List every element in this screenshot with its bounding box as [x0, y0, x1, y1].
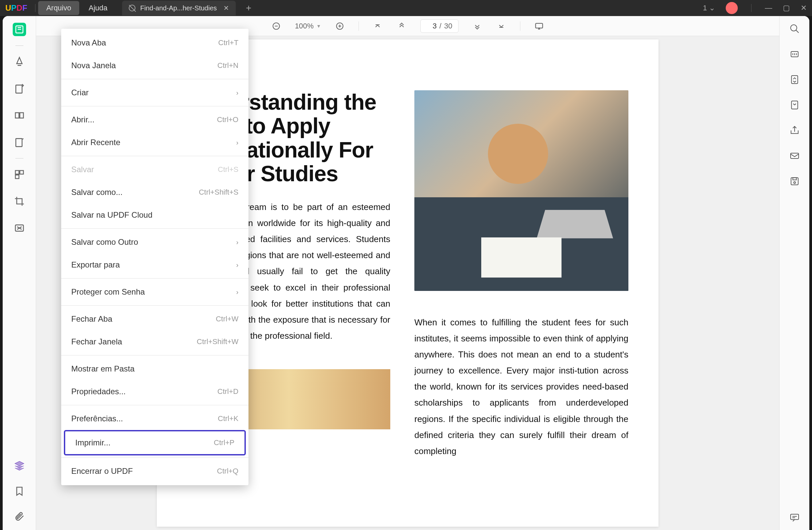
search-icon[interactable]: [788, 23, 801, 35]
menu-protect[interactable]: Proteger com Senha›: [61, 281, 248, 303]
divider: [520, 21, 520, 31]
menu-export[interactable]: Exportar para›: [61, 253, 248, 276]
chevron-down-icon: ▼: [316, 24, 321, 29]
menu-separator: [61, 305, 248, 306]
menu-separator: [61, 229, 248, 229]
add-tab-button[interactable]: +: [246, 3, 251, 13]
crop-tool-icon[interactable]: [13, 195, 26, 208]
svg-point-12: [791, 25, 797, 31]
svg-rect-3: [20, 113, 24, 118]
menu-separator: [61, 405, 248, 405]
divider: [15, 158, 24, 159]
organize-tool-icon[interactable]: [13, 168, 26, 181]
svg-rect-1: [16, 85, 22, 93]
prev-page-button[interactable]: [396, 21, 407, 31]
form-tool-icon[interactable]: [13, 135, 26, 149]
main-area: 100% ▼ / 30 01 Understanding the: [3, 16, 809, 530]
user-avatar[interactable]: [726, 2, 738, 14]
chevron-right-icon: ›: [236, 238, 238, 246]
zoom-in-button[interactable]: [334, 21, 345, 31]
divider: [15, 45, 24, 46]
layers-icon[interactable]: [13, 459, 26, 472]
reader-tool-icon[interactable]: [13, 23, 26, 36]
zoom-out-button[interactable]: [271, 21, 281, 31]
menu-new-window[interactable]: Nova JanelaCtrl+N: [61, 54, 248, 77]
page-tool-icon[interactable]: [13, 109, 26, 122]
minimize-button[interactable]: —: [765, 4, 772, 12]
comments-icon[interactable]: [788, 511, 801, 523]
app-logo: UPDF: [5, 3, 27, 13]
convert-icon[interactable]: [788, 74, 801, 86]
menu-save-as[interactable]: Salvar como...Ctrl+Shift+S: [61, 181, 248, 204]
email-icon[interactable]: [788, 150, 801, 162]
menu-preferences[interactable]: Preferências...Ctrl+K: [61, 407, 248, 430]
close-tab-icon[interactable]: ✕: [223, 4, 229, 12]
svg-point-19: [794, 181, 795, 183]
tabs-container: Find-and-Ap...her-Studies ✕ +: [122, 1, 251, 15]
divider: [751, 4, 752, 12]
chevron-right-icon: ›: [236, 139, 238, 146]
share-icon[interactable]: [788, 124, 801, 136]
zoom-level[interactable]: 100% ▼: [295, 22, 321, 30]
window-count[interactable]: 1 ⌄: [703, 4, 715, 12]
right-sidebar: [779, 16, 809, 530]
redact-tool-icon[interactable]: [13, 221, 26, 235]
bookmark-icon[interactable]: [13, 485, 26, 498]
file-menu-dropdown: Nova AbaCtrl+T Nova JanelaCtrl+N Criar› …: [61, 29, 248, 485]
divider: [359, 21, 359, 31]
menu-save-other[interactable]: Salvar como Outro›: [61, 231, 248, 253]
window-controls: 1 ⌄ — ▢ ✕: [703, 2, 807, 14]
menu-save: SalvarCtrl+S: [61, 158, 248, 181]
titlebar: UPDF Arquivo Ajuda Find-and-Ap...her-Stu…: [0, 0, 812, 16]
svg-rect-16: [791, 153, 799, 159]
left-sidebar: [3, 16, 36, 530]
attachment-icon[interactable]: [13, 510, 26, 523]
menu-open-recent[interactable]: Abrir Recente›: [61, 131, 248, 154]
total-pages: 30: [444, 22, 452, 30]
menu-new-tab[interactable]: Nova AbaCtrl+T: [61, 31, 248, 54]
menu-create[interactable]: Criar›: [61, 81, 248, 104]
menu-close-tab[interactable]: Fechar AbaCtrl+W: [61, 308, 248, 330]
menubar: Arquivo Ajuda: [38, 1, 115, 15]
menu-separator: [61, 79, 248, 79]
menu-print[interactable]: Imprimir...Ctrl+P: [65, 431, 245, 454]
menu-file[interactable]: Arquivo: [38, 1, 79, 15]
maximize-button[interactable]: ▢: [783, 4, 790, 12]
menu-separator: [61, 278, 248, 279]
highlight-tool-icon[interactable]: [13, 55, 26, 69]
svg-rect-4: [16, 138, 22, 146]
close-button[interactable]: ✕: [801, 4, 807, 12]
menu-open[interactable]: Abrir...Ctrl+O: [61, 108, 248, 131]
menu-separator: [61, 106, 248, 106]
menu-quit[interactable]: Encerrar o UPDFCtrl+Q: [61, 460, 248, 483]
chevron-right-icon: ›: [236, 261, 238, 269]
next-page-button[interactable]: [472, 21, 482, 31]
menu-separator: [61, 355, 248, 355]
edit-tool-icon[interactable]: [13, 82, 26, 95]
menu-show-folder[interactable]: Mostrar em Pasta: [61, 357, 248, 380]
ocr-icon[interactable]: [788, 48, 801, 60]
save-action-icon[interactable]: [788, 175, 801, 187]
menu-help[interactable]: Ajuda: [81, 1, 115, 15]
menu-separator: [61, 457, 248, 458]
presentation-button[interactable]: [534, 21, 545, 31]
first-page-button[interactable]: [372, 21, 383, 31]
chevron-right-icon: ›: [236, 89, 238, 97]
svg-rect-5: [15, 171, 19, 174]
tab-title: Find-and-Ap...her-Studies: [140, 4, 217, 12]
menu-save-cloud[interactable]: Salvar na UPDF Cloud: [61, 204, 248, 226]
svg-rect-7: [15, 175, 19, 179]
svg-rect-18: [793, 178, 796, 180]
document-tab[interactable]: Find-and-Ap...her-Studies ✕: [122, 1, 236, 15]
current-page-field[interactable]: [427, 22, 437, 30]
menu-properties[interactable]: Propriedades...Ctrl+D: [61, 380, 248, 403]
chevron-down-icon: ⌄: [709, 4, 715, 12]
menu-close-window[interactable]: Fechar JanelaCtrl+Shift+W: [61, 330, 248, 353]
last-page-button[interactable]: [496, 21, 507, 31]
svg-rect-2: [15, 113, 19, 118]
doc-body-right: When it comes to fulfilling the student …: [415, 314, 628, 459]
file-type-icon: [129, 5, 135, 11]
svg-rect-20: [791, 514, 799, 520]
compress-icon[interactable]: [788, 99, 801, 111]
page-number-input[interactable]: / 30: [420, 19, 459, 33]
